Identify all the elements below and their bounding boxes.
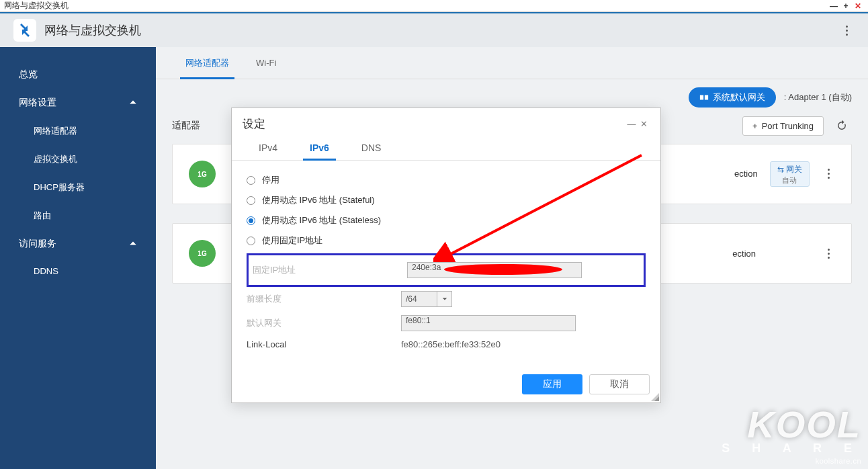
row-prefix-len: 前缀长度 /64 bbox=[247, 287, 646, 311]
maximize-button[interactable]: + bbox=[840, 1, 852, 11]
card-more-button[interactable] bbox=[822, 249, 835, 259]
radio-icon bbox=[247, 176, 255, 185]
sidebar-item-vswitch[interactable]: 虚拟交换机 bbox=[0, 145, 156, 173]
svg-rect-0 bbox=[700, 95, 703, 100]
label-prefix-len: 前缀长度 bbox=[247, 293, 401, 305]
svg-point-3 bbox=[444, 264, 562, 275]
refresh-icon bbox=[836, 120, 848, 132]
row-link-local: Link-Local fe80::265e:beff:fe33:52e0 bbox=[247, 335, 646, 353]
gateway-chip-icon: ⇆ bbox=[777, 165, 786, 174]
radio-label: 使用固定IP地址 bbox=[262, 234, 322, 247]
default-gw-input[interactable]: fe80::1 bbox=[401, 315, 576, 331]
connection-label: ection bbox=[734, 169, 758, 179]
radio-stateless[interactable]: 使用动态 IPv6 地址 (Stateless) bbox=[247, 210, 646, 230]
sidebar-item-network-settings[interactable]: 网络设置 bbox=[0, 89, 156, 117]
content-tabs: 网络适配器 Wi-Fi bbox=[156, 47, 868, 79]
sidebar-item-label: 路由 bbox=[34, 210, 51, 222]
modal-title: 设定 bbox=[243, 116, 625, 132]
radio-icon bbox=[247, 216, 255, 225]
card-more-button[interactable] bbox=[822, 169, 835, 179]
tab-label: Wi-Fi bbox=[256, 58, 276, 68]
label-fixed-ip: 固定IP地址 bbox=[253, 264, 407, 276]
watermark: KOOL S H A R E koolshare.cn bbox=[722, 408, 861, 465]
prefix-len-select[interactable]: /64 bbox=[401, 291, 646, 307]
annotation-highlight: 固定IP地址 240e:3a bbox=[247, 253, 646, 287]
header-more-button[interactable] bbox=[838, 19, 855, 41]
modal-footer: 应用 取消 bbox=[232, 366, 660, 402]
button-label: 系统默认网关 bbox=[713, 91, 765, 103]
modal-minimize-button[interactable]: — bbox=[625, 119, 638, 129]
radio-static[interactable]: 使用固定IP地址 bbox=[247, 230, 646, 251]
svg-rect-1 bbox=[705, 95, 708, 100]
gateway-adapter-label: : Adapter 1 (自动) bbox=[784, 91, 852, 103]
sidebar-item-adapters[interactable]: 网络适配器 bbox=[0, 117, 156, 145]
tab-wifi[interactable]: Wi-Fi bbox=[243, 48, 290, 77]
radio-label: 使用动态 IPv6 地址 (Stateful) bbox=[262, 194, 375, 206]
sidebar-item-dhcp[interactable]: DHCP服务器 bbox=[0, 173, 156, 202]
row-fixed-ip: 固定IP地址 240e:3a bbox=[253, 258, 640, 282]
plus-icon: + bbox=[752, 121, 758, 131]
modal-body: 停用 使用动态 IPv6 地址 (Stateful) 使用动态 IPv6 地址 … bbox=[232, 161, 660, 366]
adapter-speed-icon: 1G bbox=[189, 161, 216, 187]
button-label: Port Trunking bbox=[762, 121, 814, 131]
tab-adapters[interactable]: 网络适配器 bbox=[172, 48, 243, 79]
radio-icon bbox=[247, 237, 255, 245]
system-gateway-button[interactable]: 系统默认网关 bbox=[689, 87, 776, 108]
chevron-up-icon bbox=[129, 239, 137, 249]
sidebar-item-label: 总览 bbox=[19, 69, 38, 81]
radio-label: 使用动态 IPv6 地址 (Stateless) bbox=[262, 214, 381, 226]
port-trunking-button[interactable]: + Port Trunking bbox=[742, 116, 824, 136]
section-title: 适配器 bbox=[172, 120, 200, 132]
minimize-button[interactable]: — bbox=[828, 1, 840, 11]
sidebar: 总览 网络设置 网络适配器 虚拟交换机 DHCP服务器 路由 访问服务 DDNS bbox=[0, 47, 156, 469]
radio-icon bbox=[247, 196, 255, 205]
sidebar-item-route[interactable]: 路由 bbox=[0, 202, 156, 230]
modal-tab-dns[interactable]: DNS bbox=[345, 136, 398, 160]
apply-button[interactable]: 应用 bbox=[522, 374, 582, 394]
adapter-speed-icon: 1G bbox=[189, 240, 216, 267]
radio-disable[interactable]: 停用 bbox=[247, 170, 646, 190]
settings-modal: 设定 — ✕ IPv4 IPv6 DNS bbox=[231, 108, 661, 403]
modal-header: 设定 — ✕ bbox=[232, 108, 660, 136]
switch-icon bbox=[17, 22, 33, 38]
gateway-icon bbox=[699, 93, 709, 102]
annotation-redaction bbox=[443, 263, 564, 276]
link-local-value: fe80::265e:beff:fe33:52e0 bbox=[401, 339, 501, 349]
sidebar-item-label: 访问服务 bbox=[19, 238, 56, 250]
tab-label: 网络适配器 bbox=[185, 58, 229, 68]
sidebar-item-access-services[interactable]: 访问服务 bbox=[0, 230, 156, 258]
app-header: 网络与虚拟交换机 bbox=[0, 12, 868, 47]
modal-close-button[interactable]: ✕ bbox=[638, 119, 650, 129]
radio-label: 停用 bbox=[262, 174, 279, 186]
row-default-gw: 默认网关 fe80::1 bbox=[247, 311, 646, 335]
sidebar-item-label: DHCP服务器 bbox=[34, 181, 85, 194]
gateway-chip[interactable]: ⇆ 网关 自动 bbox=[770, 161, 810, 187]
fixed-ip-input[interactable]: 240e:3a bbox=[407, 262, 582, 278]
sidebar-item-overview[interactable]: 总览 bbox=[0, 60, 156, 89]
content-area: 网络适配器 Wi-Fi 系统默认网关 : Adapter 1 (自动) 适配器 … bbox=[156, 47, 868, 469]
app-logo bbox=[13, 19, 36, 42]
close-button[interactable]: ✕ bbox=[852, 1, 864, 11]
chevron-up-icon bbox=[129, 97, 137, 108]
modal-tab-ipv4[interactable]: IPv4 bbox=[243, 136, 294, 160]
sidebar-item-ddns[interactable]: DDNS bbox=[0, 258, 156, 284]
app-title: 网络与虚拟交换机 bbox=[44, 22, 141, 38]
sidebar-item-label: DDNS bbox=[34, 266, 58, 276]
sidebar-item-label: 网络设置 bbox=[19, 97, 56, 109]
connection-label: ection bbox=[732, 249, 756, 259]
label-link-local: Link-Local bbox=[247, 339, 401, 349]
resize-grip-icon[interactable] bbox=[651, 393, 659, 401]
cancel-button[interactable]: 取消 bbox=[589, 374, 650, 394]
window-titlebar: 网络与虚拟交换机 — + ✕ bbox=[0, 0, 868, 12]
sidebar-item-label: 网络适配器 bbox=[34, 125, 77, 137]
modal-tabs: IPv4 IPv6 DNS bbox=[232, 136, 660, 161]
label-default-gw: 默认网关 bbox=[247, 317, 401, 329]
modal-tab-ipv6[interactable]: IPv6 bbox=[294, 136, 345, 160]
radio-stateful[interactable]: 使用动态 IPv6 地址 (Stateful) bbox=[247, 190, 646, 210]
window-title: 网络与虚拟交换机 bbox=[4, 0, 828, 11]
sidebar-item-label: 虚拟交换机 bbox=[34, 153, 77, 165]
chevron-down-icon bbox=[437, 291, 452, 307]
refresh-button[interactable] bbox=[832, 116, 852, 136]
